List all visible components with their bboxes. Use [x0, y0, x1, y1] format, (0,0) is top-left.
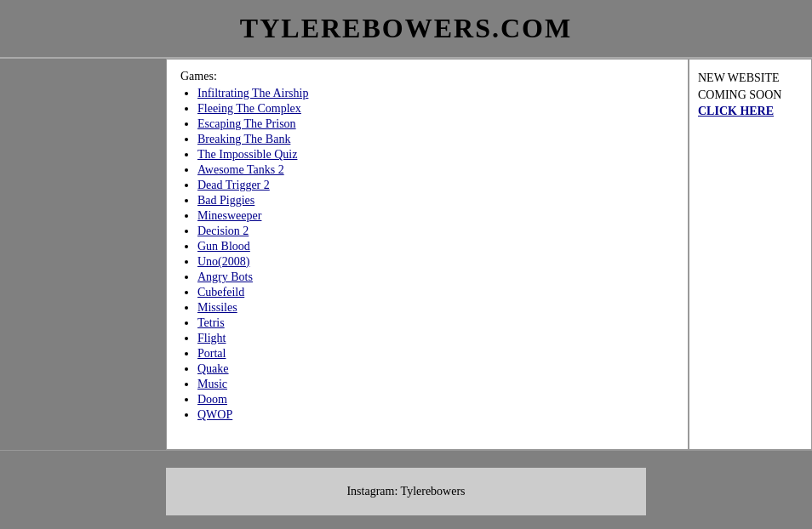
list-item: Missiles	[197, 301, 674, 315]
footer: Instagram: Tylerebowers	[0, 450, 812, 529]
game-link[interactable]: Awesome Tanks 2	[197, 163, 284, 176]
list-item: Music	[197, 378, 674, 391]
game-link[interactable]: Escaping The Prison	[197, 117, 296, 130]
header: TYLEREBOWERS.COM	[0, 0, 812, 59]
site-title: TYLEREBOWERS.COM	[0, 13, 812, 44]
game-link[interactable]: Fleeing The Complex	[197, 102, 301, 115]
game-link[interactable]: Doom	[197, 393, 227, 406]
right-panel: NEW WEBSITE COMING SOON CLICK HERE	[689, 59, 812, 450]
list-item: Awesome Tanks 2	[197, 163, 674, 177]
games-list: Infiltrating The AirshipFleeing The Comp…	[180, 87, 674, 422]
game-link[interactable]: Uno(2008)	[197, 255, 249, 268]
game-link[interactable]: Cubefeild	[197, 286, 244, 299]
game-link[interactable]: Infiltrating The Airship	[197, 87, 308, 100]
new-website-static: NEW WEBSITE COMING SOON	[698, 71, 781, 101]
main-layout: Games: Infiltrating The AirshipFleeing T…	[0, 59, 812, 450]
game-link[interactable]: Tetris	[197, 316, 225, 329]
game-link[interactable]: Angry Bots	[197, 270, 253, 283]
instagram-text: Instagram: Tylerebowers	[346, 485, 465, 498]
list-item: Gun Blood	[197, 240, 674, 253]
game-link[interactable]: Dead Trigger 2	[197, 179, 270, 191]
left-spacer	[0, 59, 166, 450]
list-item: Breaking The Bank	[197, 133, 674, 146]
list-item: Angry Bots	[197, 270, 674, 284]
footer-inner: Instagram: Tylerebowers	[166, 468, 646, 515]
list-item: QWOP	[197, 408, 674, 422]
list-item: Escaping The Prison	[197, 117, 674, 131]
game-link[interactable]: Missiles	[197, 301, 237, 314]
game-link[interactable]: Quake	[197, 362, 229, 375]
list-item: Tetris	[197, 316, 674, 330]
list-item: Dead Trigger 2	[197, 179, 674, 192]
click-here-link[interactable]: CLICK HERE	[698, 105, 774, 117]
game-link[interactable]: Decision 2	[197, 225, 249, 237]
game-link[interactable]: Minesweeper	[197, 209, 261, 222]
game-link[interactable]: Bad Piggies	[197, 194, 254, 207]
game-link[interactable]: Flight	[197, 332, 226, 344]
list-item: Cubefeild	[197, 286, 674, 299]
list-item: The Impossible Quiz	[197, 148, 674, 162]
list-item: Decision 2	[197, 225, 674, 238]
list-item: Infiltrating The Airship	[197, 87, 674, 100]
game-link[interactable]: QWOP	[197, 408, 232, 421]
new-website-text: NEW WEBSITE COMING SOON CLICK HERE	[698, 71, 781, 117]
game-link[interactable]: Gun Blood	[197, 240, 250, 253]
list-item: Quake	[197, 362, 674, 376]
list-item: Bad Piggies	[197, 194, 674, 208]
list-item: Flight	[197, 332, 674, 345]
game-link[interactable]: Portal	[197, 347, 226, 360]
game-link[interactable]: The Impossible Quiz	[197, 148, 297, 161]
list-item: Doom	[197, 393, 674, 407]
list-item: Fleeing The Complex	[197, 102, 674, 116]
game-link[interactable]: Music	[197, 378, 227, 390]
center-panel: Games: Infiltrating The AirshipFleeing T…	[166, 59, 689, 450]
list-item: Portal	[197, 347, 674, 361]
list-item: Uno(2008)	[197, 255, 674, 269]
games-label: Games:	[180, 70, 674, 83]
list-item: Minesweeper	[197, 209, 674, 223]
game-link[interactable]: Breaking The Bank	[197, 133, 290, 145]
